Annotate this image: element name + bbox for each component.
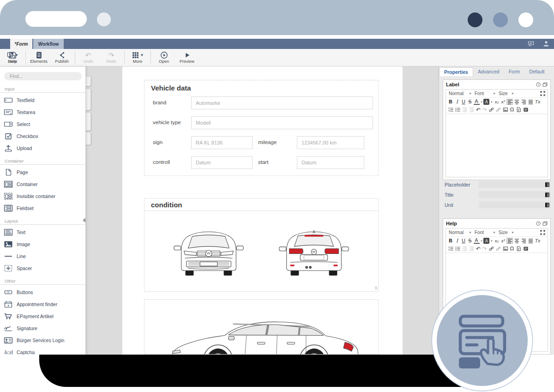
indent-icon[interactable] [469, 246, 475, 252]
popout-icon[interactable] [542, 82, 548, 87]
bgcolor-icon[interactable]: A [483, 238, 489, 244]
image-small-icon[interactable] [502, 107, 509, 113]
tab-form[interactable]: Form [504, 67, 525, 76]
align-left-icon[interactable] [506, 238, 513, 244]
sidebar-flyout-tab[interactable] [86, 76, 91, 86]
source-icon[interactable] [523, 246, 529, 252]
sidebar-item-container[interactable]: Container [0, 178, 85, 190]
align-right-icon[interactable] [520, 238, 527, 244]
help-circle-icon[interactable]: ? [536, 82, 541, 87]
sidebar-item-page[interactable]: Page [0, 166, 85, 178]
size-dropdown[interactable]: Size▼ [497, 229, 516, 235]
placeholder-input[interactable] [479, 181, 551, 188]
sidebar-item-checkbox[interactable]: Checkbox [0, 130, 85, 142]
bold-icon[interactable]: B [448, 99, 454, 105]
bold-icon[interactable]: B [448, 238, 454, 244]
translation-icon[interactable] [545, 192, 550, 198]
field-input-mileage[interactable] [297, 136, 364, 149]
user-icon[interactable] [543, 40, 549, 48]
omega-icon[interactable]: Ω [509, 246, 515, 252]
unlink-icon[interactable] [495, 246, 502, 252]
sidebar-flyout-tab[interactable] [86, 132, 91, 145]
sidebar-item-textarea[interactable]: Textarea [0, 106, 85, 118]
italic-icon[interactable]: I [454, 238, 460, 244]
popout-icon[interactable] [542, 221, 548, 226]
sidebar-item-select[interactable]: Select [0, 118, 85, 130]
sidebar-item-line[interactable]: Line [0, 250, 85, 262]
translation-icon[interactable] [545, 202, 550, 208]
list-ul-icon[interactable] [455, 246, 461, 252]
format-dropdown[interactable]: Normal▼ [447, 90, 473, 96]
sidebar-flyout-tab[interactable] [86, 112, 91, 131]
sidebar-item-fieldset[interactable]: Fieldset [0, 202, 85, 214]
superscript-icon[interactable]: x² [500, 238, 506, 244]
window-button-dark[interactable] [468, 12, 482, 27]
chevron-down-icon[interactable]: ▼ [480, 240, 483, 242]
label-editor-content[interactable] [446, 114, 548, 177]
font-dropdown[interactable]: Font▼ [473, 90, 497, 96]
car-damage-image-front-rear[interactable]: // [144, 211, 379, 292]
sidebar-item-signature[interactable]: Signature [0, 322, 85, 334]
list-ul-icon[interactable] [455, 107, 461, 113]
help-button[interactable]: ? ▼ Help [1, 49, 24, 66]
strike-icon[interactable]: S [467, 99, 473, 105]
unlink-icon[interactable] [495, 107, 502, 113]
search-input[interactable] [4, 72, 82, 80]
outdent-icon[interactable] [462, 246, 468, 252]
comment-icon[interactable] [527, 40, 535, 48]
sidebar-item-text[interactable]: ABCText [0, 226, 85, 238]
window-button-light[interactable] [518, 12, 533, 27]
address-bar[interactable] [25, 11, 87, 27]
sidebar-item-upload[interactable]: Upload [0, 142, 85, 154]
sidebar-item-spacer[interactable]: Spacer [0, 262, 85, 274]
superscript-icon[interactable]: x² [500, 99, 506, 105]
sidebar-item-textfield[interactable]: Textfield [0, 94, 85, 106]
template-icon[interactable] [516, 107, 522, 113]
redo-icon[interactable]: ↷ [482, 107, 488, 113]
field-input-sign[interactable] [191, 136, 253, 149]
undo-icon[interactable]: ↶ [476, 246, 482, 252]
label-richtext-editor[interactable]: Normal▼Font▼Size▼BIUSA▼A▼x₂x²Tx↶↷Ω [446, 89, 548, 177]
sidebar-item-buerger-login[interactable]: Bürger Services Login [0, 334, 85, 346]
underline-icon[interactable]: U [461, 238, 467, 244]
chevron-down-icon[interactable]: ▼ [490, 240, 493, 242]
chevron-down-icon[interactable]: ▼ [490, 101, 493, 103]
image-small-icon[interactable] [502, 246, 509, 252]
tab-workflow[interactable]: Workflow [33, 39, 64, 49]
sidebar-item-captcha[interactable]: AC8Captcha [0, 346, 85, 355]
align-center-icon[interactable] [513, 99, 520, 105]
redo-icon[interactable]: ↷ [482, 246, 488, 252]
field-input-brand[interactable] [191, 96, 373, 109]
align-justify-icon[interactable] [527, 238, 534, 244]
bgcolor-icon[interactable]: A [483, 99, 489, 105]
link-icon[interactable] [488, 107, 495, 113]
tab-properties[interactable]: Properties [439, 67, 473, 76]
tab-advanced[interactable]: Advanced [473, 67, 504, 76]
underline-icon[interactable]: U [461, 99, 467, 105]
textcolor-icon[interactable]: A [474, 99, 480, 105]
fieldset-vehicle-data[interactable]: Vehicle data brandvehicle typesignmileag… [144, 80, 379, 176]
chrome-circle-button[interactable] [97, 12, 111, 26]
removeformat-icon[interactable]: Tx [534, 238, 540, 244]
omega-icon[interactable]: Ω [509, 107, 515, 113]
align-left-icon[interactable] [506, 99, 513, 105]
title-input[interactable] [479, 191, 551, 198]
sidebar-item-image[interactable]: Image [0, 238, 85, 250]
subscript-icon[interactable]: x₂ [494, 99, 500, 105]
strike-icon[interactable]: S [467, 238, 473, 244]
expand-icon[interactable] [540, 90, 546, 96]
undo-icon[interactable]: ↶ [476, 107, 482, 113]
template-icon[interactable] [516, 246, 522, 252]
tab-default[interactable]: Default [524, 67, 549, 76]
sidebar-item-buttons[interactable]: OKButtons [0, 286, 85, 298]
removeformat-icon[interactable]: Tx [534, 99, 540, 105]
window-button-mid[interactable] [493, 12, 508, 27]
sidebar-item-invisible-container[interactable]: Invisible container [0, 190, 85, 202]
indent-icon[interactable] [469, 107, 475, 113]
expand-icon[interactable] [540, 229, 546, 235]
translation-icon[interactable] [545, 182, 550, 187]
field-input-controll[interactable] [191, 156, 253, 169]
link-icon[interactable] [488, 246, 495, 252]
sidebar-collapse-icon[interactable] [83, 218, 85, 223]
car-damage-image-side[interactable] [144, 299, 379, 355]
